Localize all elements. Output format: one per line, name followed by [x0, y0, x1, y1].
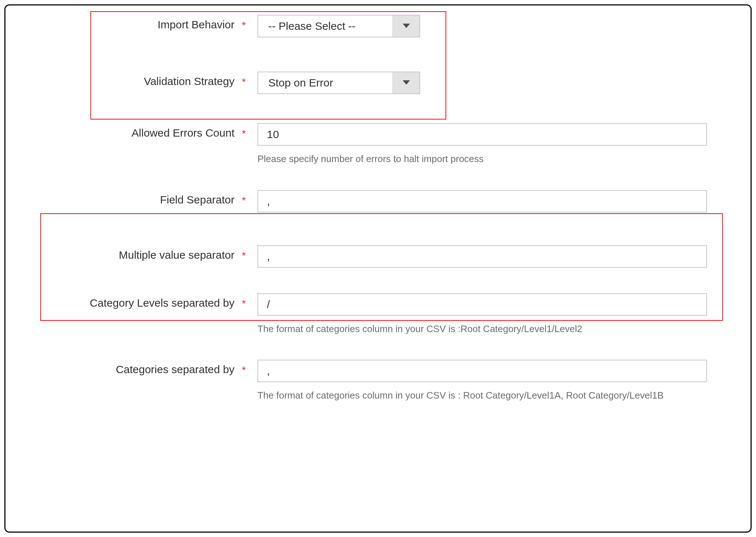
- required-mark: *: [242, 20, 246, 31]
- control-categories-separated: The format of categories column in your …: [249, 360, 707, 403]
- label-text-allowed-errors: Allowed Errors Count: [131, 127, 234, 139]
- settings-panel: Import Behavior * -- Please Select -- Va…: [4, 4, 752, 533]
- control-import-behavior: -- Please Select --: [249, 15, 707, 37]
- control-field-separator: [249, 190, 707, 213]
- label-text-multiple-value-separator: Multiple value separator: [119, 249, 235, 261]
- note-allowed-errors: Please specify number of errors to halt …: [257, 152, 707, 166]
- row-multiple-value-separator: Multiple value separator *: [21, 245, 735, 268]
- row-allowed-errors: Allowed Errors Count * Please specify nu…: [21, 123, 735, 166]
- required-mark: *: [242, 250, 246, 261]
- svg-marker-1: [403, 80, 410, 85]
- input-multiple-value-separator[interactable]: [257, 245, 707, 268]
- row-import-behavior: Import Behavior * -- Please Select --: [21, 15, 735, 37]
- label-text-import-behavior: Import Behavior: [158, 19, 235, 31]
- required-mark: *: [242, 298, 246, 309]
- row-category-levels: Category Levels separated by * The forma…: [21, 293, 735, 336]
- required-mark: *: [242, 76, 246, 88]
- control-multiple-value-separator: [249, 245, 707, 268]
- label-import-behavior: Import Behavior *: [21, 15, 249, 31]
- label-text-categories-separated: Categories separated by: [116, 363, 235, 375]
- select-value-import-behavior: -- Please Select --: [258, 16, 393, 37]
- row-categories-separated: Categories separated by * The format of …: [21, 360, 735, 403]
- note-categories-separated: The format of categories column in your …: [257, 389, 693, 403]
- label-categories-separated: Categories separated by *: [21, 360, 249, 376]
- input-category-levels[interactable]: [257, 293, 707, 316]
- select-import-behavior[interactable]: -- Please Select --: [257, 15, 420, 37]
- control-allowed-errors: Please specify number of errors to halt …: [249, 123, 707, 166]
- input-categories-separated[interactable]: [257, 360, 707, 382]
- required-mark: *: [242, 195, 246, 206]
- label-multiple-value-separator: Multiple value separator *: [21, 245, 249, 261]
- required-mark: *: [242, 364, 246, 376]
- note-category-levels: The format of categories column in your …: [257, 322, 707, 336]
- row-validation-strategy: Validation Strategy * Stop on Error: [21, 72, 735, 94]
- svg-marker-0: [403, 24, 410, 28]
- required-mark: *: [242, 128, 246, 139]
- label-text-category-levels: Category Levels separated by: [90, 297, 235, 309]
- label-allowed-errors: Allowed Errors Count *: [21, 123, 249, 139]
- select-value-validation-strategy: Stop on Error: [258, 72, 393, 93]
- control-category-levels: The format of categories column in your …: [249, 293, 707, 336]
- label-text-validation-strategy: Validation Strategy: [144, 75, 235, 87]
- control-validation-strategy: Stop on Error: [249, 72, 707, 94]
- select-validation-strategy[interactable]: Stop on Error: [257, 72, 420, 94]
- input-allowed-errors[interactable]: [257, 123, 707, 146]
- label-category-levels: Category Levels separated by *: [21, 293, 249, 309]
- chevron-down-icon: [393, 16, 419, 37]
- import-settings-form: Import Behavior * -- Please Select -- Va…: [21, 15, 735, 525]
- label-text-field-separator: Field Separator: [160, 194, 235, 206]
- label-validation-strategy: Validation Strategy *: [21, 72, 249, 88]
- input-field-separator[interactable]: [257, 190, 707, 213]
- label-field-separator: Field Separator *: [21, 190, 249, 206]
- chevron-down-icon: [393, 72, 419, 93]
- row-field-separator: Field Separator *: [21, 190, 735, 213]
